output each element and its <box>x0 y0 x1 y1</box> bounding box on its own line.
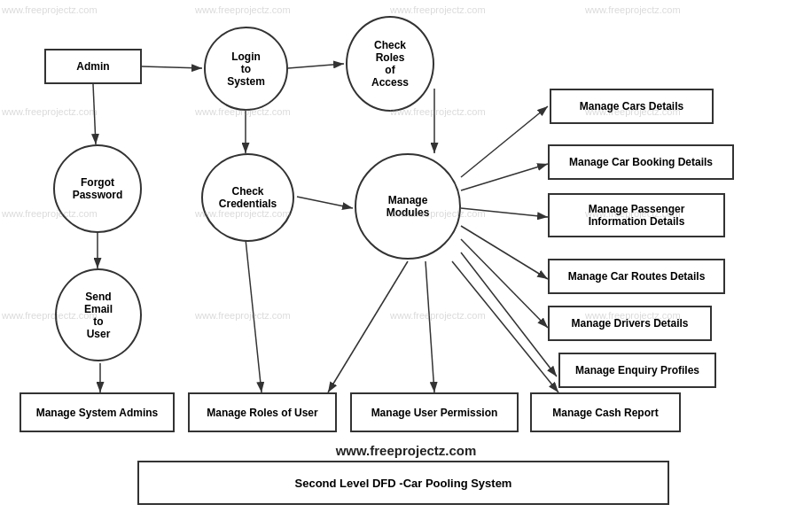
svg-line-16 <box>426 261 434 392</box>
check-credentials-node: CheckCredentials <box>201 153 294 242</box>
svg-line-2 <box>93 84 96 144</box>
login-node: LogintoSystem <box>204 27 288 111</box>
watermark-4: www.freeprojectz.com <box>585 4 681 15</box>
svg-line-9 <box>461 106 548 177</box>
manage-cash-node: Manage Cash Report <box>530 392 681 432</box>
watermark-2: www.freeprojectz.com <box>195 4 291 15</box>
watermark-14: www.freeprojectz.com <box>195 310 291 321</box>
watermark-15: www.freeprojectz.com <box>390 310 486 321</box>
forgot-password-node: ForgotPassword <box>53 144 142 233</box>
manage-user-permission-node: Manage User Permission <box>350 392 519 432</box>
manage-drivers-node: Manage Drivers Details <box>548 306 712 341</box>
svg-line-18 <box>246 239 262 392</box>
manage-routes-node: Manage Car Routes Details <box>548 259 725 294</box>
manage-passenger-node: Manage PassengerInformation Details <box>548 193 725 237</box>
svg-line-14 <box>461 252 557 376</box>
diagram-area: Admin LogintoSystem CheckRolesofAccess F… <box>0 0 812 520</box>
manage-enquiry-node: Manage Enquiry Profiles <box>558 353 716 388</box>
manage-cars-node: Manage Cars Details <box>550 89 714 124</box>
manage-modules-node: ManageModules <box>355 153 461 260</box>
svg-line-10 <box>461 164 548 190</box>
svg-line-11 <box>461 208 548 217</box>
svg-line-15 <box>328 261 408 392</box>
check-roles-node: CheckRolesofAccess <box>346 16 434 112</box>
manage-roles-node: Manage Roles of User <box>188 392 337 432</box>
caption-box: Second Level DFD -Car Pooling System <box>137 461 669 505</box>
admin-node: Admin <box>44 49 142 84</box>
watermark-3: www.freeprojectz.com <box>390 4 486 15</box>
send-email-node: SendEmailtoUser <box>55 268 142 361</box>
svg-line-1 <box>142 66 202 68</box>
svg-line-17 <box>452 261 558 392</box>
svg-line-13 <box>461 239 548 328</box>
website-footer: www.freeprojectz.com <box>0 443 812 458</box>
svg-line-3 <box>288 64 344 68</box>
watermark-5: www.freeprojectz.com <box>2 106 98 117</box>
svg-line-12 <box>461 226 548 279</box>
manage-booking-node: Manage Car Booking Details <box>548 144 734 180</box>
watermark-1: www.freeprojectz.com <box>2 4 98 15</box>
svg-line-8 <box>297 197 353 208</box>
manage-admins-node: Manage System Admins <box>20 392 175 432</box>
